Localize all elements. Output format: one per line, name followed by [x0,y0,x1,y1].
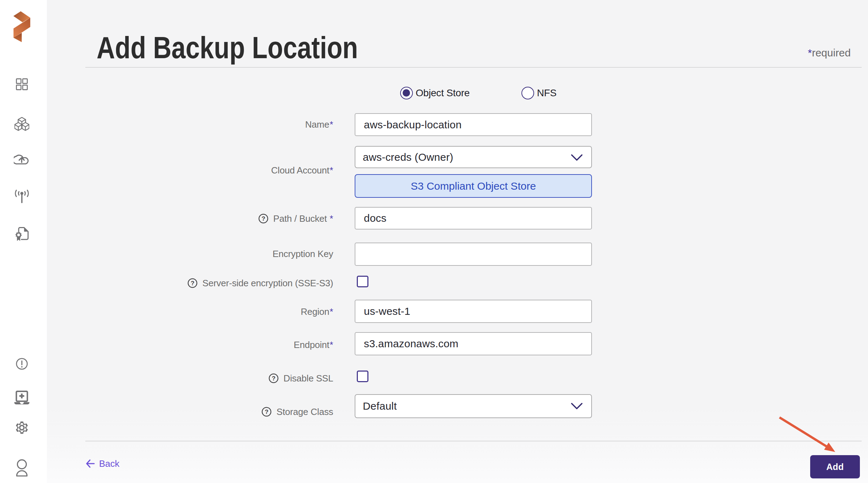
svg-text:?: ? [191,280,194,287]
svg-text:?: ? [265,409,268,415]
svg-text:?: ? [262,215,265,222]
svg-text:?: ? [272,375,275,382]
